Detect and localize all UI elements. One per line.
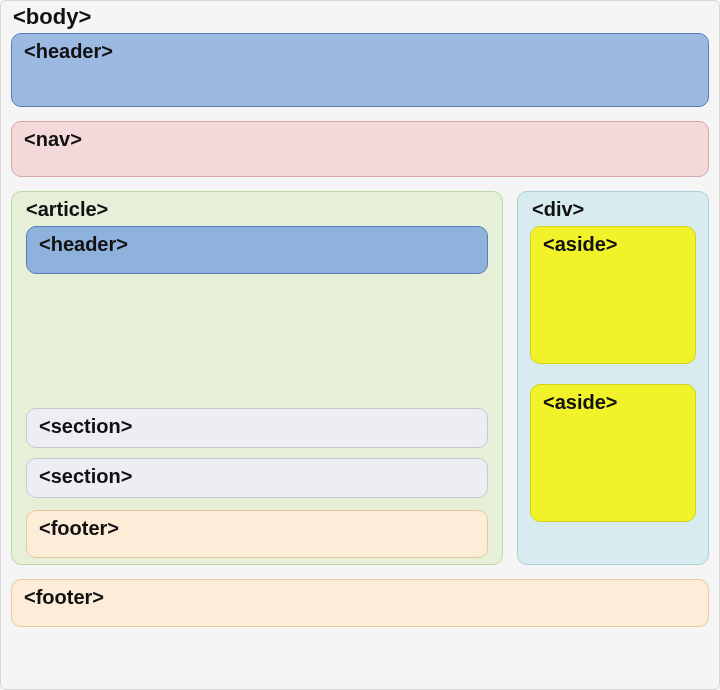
footer-bottom-box: <footer>: [11, 579, 709, 627]
footer-bottom-label: <footer>: [24, 586, 104, 608]
article-header-label: <header>: [39, 233, 128, 255]
aside-box-2: <aside>: [530, 384, 696, 522]
section-label-1: <section>: [39, 415, 132, 437]
article-spacer: [26, 274, 488, 398]
article-inner: <header> <section> <section> <footer>: [26, 226, 488, 558]
aside-label-2: <aside>: [543, 391, 618, 413]
header-top-label: <header>: [24, 40, 113, 62]
section-box-1: <section>: [26, 408, 488, 448]
sidebar-div-label: <div>: [532, 198, 696, 220]
section-box-2: <section>: [26, 458, 488, 498]
article-box: <article> <header> <section> <section> <…: [11, 191, 503, 565]
aside-box-1: <aside>: [530, 226, 696, 364]
nav-box: <nav>: [11, 121, 709, 177]
nav-label: <nav>: [24, 128, 82, 150]
header-top-box: <header>: [11, 33, 709, 107]
body-label: <body>: [13, 5, 709, 29]
middle-row: <article> <header> <section> <section> <…: [11, 191, 709, 565]
aside-label-1: <aside>: [543, 233, 618, 255]
article-footer-label: <footer>: [39, 517, 119, 539]
article-label: <article>: [26, 198, 488, 220]
article-header-box: <header>: [26, 226, 488, 274]
article-footer-box: <footer>: [26, 510, 488, 558]
body-frame: <body> <header> <nav> <article> <header>…: [0, 0, 720, 690]
sidebar-div-box: <div> <aside> <aside>: [517, 191, 709, 565]
section-label-2: <section>: [39, 465, 132, 487]
